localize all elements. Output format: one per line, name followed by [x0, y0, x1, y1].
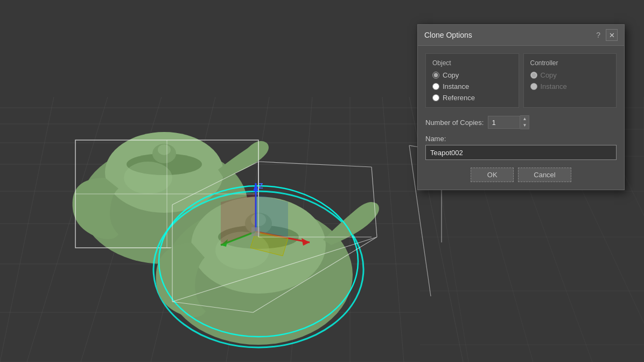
controller-instance-label: Instance — [541, 82, 567, 90]
controller-radio-group: Copy Instance — [530, 71, 610, 90]
dialog-controls: ? ✕ — [594, 29, 618, 41]
clone-sections: Object Copy Instance Reference — [425, 53, 617, 108]
object-reference-label: Reference — [443, 94, 475, 102]
controller-copy-radio[interactable] — [530, 72, 537, 79]
spinner-down-button[interactable]: ▼ — [520, 122, 529, 129]
cancel-button[interactable]: Cancel — [518, 168, 571, 182]
spinner-buttons: ▲ ▼ — [520, 115, 529, 129]
dialog-footer: OK Cancel — [425, 168, 617, 182]
controller-copy-option[interactable]: Copy — [530, 71, 610, 79]
dialog-help-button[interactable]: ? — [594, 31, 603, 39]
object-copy-option[interactable]: Copy — [432, 71, 512, 79]
spinner-up-button[interactable]: ▲ — [520, 116, 529, 122]
number-of-copies-label: Number of Copies: — [425, 119, 484, 127]
object-section-title: Object — [432, 59, 512, 67]
svg-text:Z: Z — [258, 182, 263, 190]
dialog-titlebar: Clone Options ? ✕ — [418, 25, 624, 46]
object-section: Object Copy Instance Reference — [425, 53, 519, 108]
controller-section-title: Controller — [530, 59, 610, 67]
controller-instance-option[interactable]: Instance — [530, 82, 610, 90]
svg-point-36 — [158, 144, 171, 155]
name-section: Name: — [425, 135, 617, 160]
controller-copy-label: Copy — [541, 71, 557, 79]
spinner-wrap: ▲ ▼ — [488, 115, 529, 129]
controller-section: Controller Copy Instance — [523, 53, 617, 108]
clone-options-dialog: Clone Options ? ✕ Object Copy Instance — [417, 24, 625, 190]
object-reference-option[interactable]: Reference — [432, 94, 512, 102]
dialog-body: Object Copy Instance Reference — [418, 46, 624, 190]
number-of-copies-input[interactable] — [488, 116, 520, 129]
controller-instance-radio[interactable] — [530, 83, 537, 90]
object-copy-radio[interactable] — [432, 72, 439, 79]
dialog-close-button[interactable]: ✕ — [606, 29, 618, 41]
object-instance-radio[interactable] — [432, 83, 439, 90]
number-of-copies-row: Number of Copies: ▲ ▼ — [425, 115, 617, 129]
object-instance-option[interactable]: Instance — [432, 82, 512, 90]
object-reference-radio[interactable] — [432, 94, 439, 101]
object-instance-label: Instance — [443, 82, 469, 90]
ok-button[interactable]: OK — [471, 168, 514, 182]
object-copy-label: Copy — [443, 71, 459, 79]
svg-point-37 — [124, 162, 172, 194]
dialog-title: Clone Options — [424, 31, 472, 39]
name-label: Name: — [425, 135, 617, 143]
object-radio-group: Copy Instance Reference — [432, 71, 512, 102]
name-input[interactable] — [425, 145, 617, 160]
